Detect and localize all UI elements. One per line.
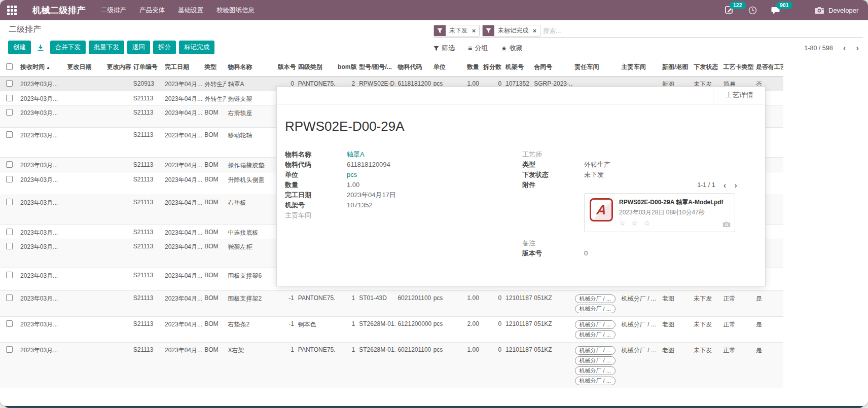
- column-header-contract[interactable]: 合同号: [532, 58, 572, 77]
- cell-status: 未下发: [692, 291, 721, 317]
- cell-type: BOM: [202, 291, 226, 317]
- create-button[interactable]: 创建: [8, 41, 31, 54]
- workshop-tag[interactable]: 机械分厂 / ...: [575, 346, 616, 355]
- split-button[interactable]: 拆分: [153, 41, 176, 54]
- workshop-tag[interactable]: 机械分厂 / ...: [575, 377, 616, 385]
- favorites-menu[interactable]: ★ 收藏: [501, 44, 523, 53]
- column-header-resp[interactable]: 责任车间: [573, 58, 620, 77]
- facet-remove-icon[interactable]: ×: [471, 25, 479, 36]
- row-checkbox[interactable]: [6, 272, 13, 278]
- cell-finish: 2023年04月...: [163, 268, 202, 291]
- field-value: 0: [584, 248, 588, 258]
- cell-main: 机械分厂 / ...: [620, 291, 660, 317]
- table-row[interactable]: 2023年03月...S211132023年04月...BOM右垫条2-1钢本色…: [0, 317, 783, 343]
- cell-change_note: [105, 291, 131, 317]
- export-button[interactable]: [34, 43, 47, 52]
- column-header-sel[interactable]: [0, 58, 18, 77]
- merge-dispatch-button[interactable]: 合并下发: [50, 41, 86, 54]
- batch-dispatch-button[interactable]: 批量下发: [89, 41, 124, 54]
- row-checkbox[interactable]: [6, 294, 13, 301]
- apps-menu-button[interactable]: [0, 0, 23, 20]
- developer-tool[interactable]: Developer: [814, 6, 868, 14]
- field-label: 物料名称: [285, 150, 347, 160]
- column-header-finish[interactable]: 完工日期: [163, 58, 202, 77]
- attachment-stars[interactable]: ☆ ☆ ☆: [619, 219, 724, 227]
- workshop-tag[interactable]: 机械分厂 / ...: [575, 366, 616, 375]
- messages-icon[interactable]: 901: [771, 5, 781, 15]
- table-row[interactable]: 2023年03月...S211132023年04月...BOM围板支撑架2-1P…: [0, 291, 783, 317]
- cell-finish: 2023年04月...: [163, 225, 202, 239]
- column-header-cat4[interactable]: 四级类别: [296, 58, 336, 77]
- column-header-model[interactable]: 型号/图号/...: [357, 58, 395, 77]
- nav-item-product-variants[interactable]: 产品变体: [139, 6, 165, 15]
- column-header-ctype[interactable]: 工艺卡类型: [721, 58, 753, 77]
- cell-name: 中连接底板: [226, 225, 275, 239]
- row-checkbox[interactable]: [6, 229, 13, 235]
- column-header-change_note[interactable]: 更改内容: [105, 58, 131, 77]
- cell-change_date: [65, 128, 104, 158]
- column-header-status[interactable]: 下发状态: [692, 58, 721, 77]
- cell-finish: 2023年04月...: [163, 343, 202, 389]
- row-checkbox[interactable]: [6, 131, 13, 138]
- column-header-type[interactable]: 类型: [202, 58, 226, 77]
- process-detail-button[interactable]: 工艺详情: [713, 87, 765, 104]
- select-all-checkbox[interactable]: [6, 63, 13, 70]
- column-header-img[interactable]: 新图/老图: [660, 58, 692, 77]
- workshop-tag[interactable]: 机械分厂 / ...: [575, 294, 616, 303]
- cell-change_note: [105, 91, 131, 105]
- unit-link[interactable]: pcs: [347, 170, 357, 180]
- column-header-ver[interactable]: 版本号: [276, 58, 296, 77]
- workshop-tag[interactable]: 机械分厂 / ...: [575, 356, 616, 365]
- row-checkbox[interactable]: [6, 320, 13, 327]
- cell-ctype: 正常: [721, 317, 753, 343]
- cell-order: S21113: [131, 343, 163, 389]
- material-name-link[interactable]: 轴罩A: [347, 150, 365, 160]
- nav-item-secondary-scheduling[interactable]: 二级排产: [101, 6, 126, 15]
- row-checkbox[interactable]: [6, 161, 13, 168]
- attachment-prev-icon[interactable]: ‹: [724, 181, 727, 190]
- pager-prev-icon[interactable]: ‹: [843, 44, 846, 52]
- attachment-next-icon[interactable]: ›: [734, 181, 737, 190]
- facet-remove-icon[interactable]: ×: [532, 25, 540, 36]
- row-checkbox[interactable]: [6, 243, 13, 249]
- row-checkbox[interactable]: [6, 199, 13, 205]
- group-by-menu[interactable]: ≡ 分组: [468, 44, 488, 53]
- column-header-qty[interactable]: 数量: [452, 58, 481, 77]
- row-checkbox[interactable]: [6, 346, 13, 353]
- nav-item-basic-settings[interactable]: 基础设置: [178, 6, 203, 15]
- column-header-name[interactable]: 物料名称: [226, 58, 275, 77]
- return-button[interactable]: 退回: [127, 41, 150, 54]
- column-header-unit[interactable]: 单位: [431, 58, 452, 77]
- attachment-card[interactable]: A RPWS02E-D00-29A 轴罩A-Model.pdf 2023年03月…: [584, 193, 735, 232]
- column-header-bom[interactable]: bom版本: [336, 58, 357, 77]
- workshop-tag[interactable]: 机械分厂 / ...: [575, 320, 616, 329]
- column-header-main[interactable]: 主责车间: [620, 58, 660, 77]
- workshop-tag[interactable]: 机械分厂 / ...: [575, 330, 616, 339]
- table-row[interactable]: 2023年03月...S211132023年04月...BOMX右架-1PANT…: [0, 343, 783, 389]
- column-header-split[interactable]: 拆分数: [481, 58, 503, 77]
- column-header-order[interactable]: 订单编号: [131, 58, 163, 77]
- filters-menu[interactable]: 筛选: [433, 44, 455, 53]
- cell-contract: 051KZ: [532, 343, 572, 389]
- clock-icon[interactable]: [747, 5, 757, 15]
- sort-indicator-icon: ▲: [46, 65, 50, 70]
- camera-icon[interactable]: [722, 221, 731, 228]
- breadcrumb[interactable]: 二级排产: [9, 24, 41, 35]
- row-checkbox[interactable]: [6, 109, 13, 116]
- activity-icon[interactable]: 122: [724, 5, 734, 15]
- pager-next-icon[interactable]: ›: [856, 44, 859, 52]
- search-input[interactable]: [543, 25, 863, 36]
- row-checkbox[interactable]: [6, 176, 13, 182]
- row-checkbox[interactable]: [6, 80, 13, 87]
- row-checkbox[interactable]: [6, 95, 13, 101]
- mark-done-button[interactable]: 标记完成: [179, 41, 214, 54]
- column-header-hascard[interactable]: 是否有工艺卡: [754, 58, 783, 77]
- cell-type: 外转生产: [202, 91, 226, 105]
- column-header-rack[interactable]: 机架号: [503, 58, 532, 77]
- column-header-receive[interactable]: 接收时间▲: [18, 58, 65, 77]
- column-header-change_date[interactable]: 更改日期: [65, 58, 104, 77]
- column-header-code[interactable]: 物料代码: [395, 58, 431, 77]
- cell-sel: [0, 291, 18, 317]
- workshop-tag[interactable]: 机械分厂 / ...: [575, 305, 616, 313]
- nav-item-drawing-check[interactable]: 校验图纸信息: [216, 6, 255, 15]
